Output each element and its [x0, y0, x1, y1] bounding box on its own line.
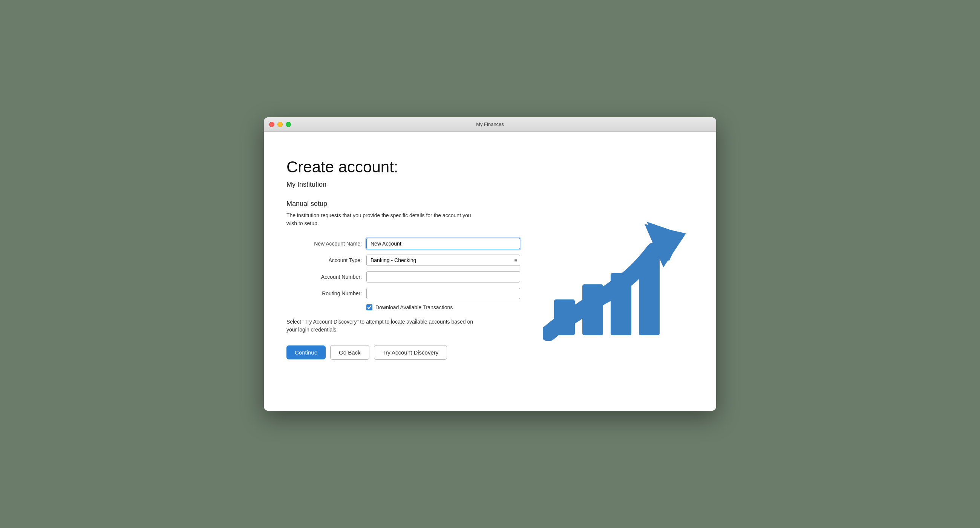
- account-name-input[interactable]: [366, 238, 520, 249]
- institution-name: My Institution: [286, 181, 520, 188]
- routing-number-input[interactable]: [366, 288, 520, 299]
- traffic-lights: [269, 122, 291, 127]
- app-window: My Finances Create account: My Instituti…: [264, 117, 716, 411]
- window-title: My Finances: [476, 121, 504, 127]
- titlebar: My Finances: [264, 117, 716, 132]
- maximize-button[interactable]: [286, 122, 291, 127]
- button-row: Continue Go Back Try Account Discovery: [286, 345, 520, 360]
- hint-text: Select "Try Account Discovery" to attemp…: [286, 318, 482, 334]
- go-back-button[interactable]: Go Back: [330, 345, 369, 360]
- window-content: Create account: My Institution Manual se…: [264, 132, 716, 411]
- account-type-label: Account Type:: [286, 257, 362, 263]
- right-panel: [535, 150, 694, 388]
- account-number-label: Account Number:: [286, 274, 362, 280]
- section-title: Manual setup: [286, 200, 520, 208]
- minimize-button[interactable]: [277, 122, 283, 127]
- form-grid: New Account Name: Account Type: Banking …: [286, 238, 520, 310]
- download-transactions-label: Download Available Transactions: [375, 305, 453, 310]
- checkbox-row: Download Available Transactions: [286, 305, 520, 310]
- left-panel: Create account: My Institution Manual se…: [286, 150, 520, 388]
- close-button[interactable]: [269, 122, 274, 127]
- routing-number-label: Routing Number:: [286, 290, 362, 297]
- account-type-select[interactable]: Banking - Checking Banking - Savings Cre…: [366, 255, 520, 266]
- account-number-input[interactable]: [366, 271, 520, 282]
- continue-button[interactable]: Continue: [286, 345, 326, 359]
- account-name-label: New Account Name:: [286, 241, 362, 247]
- growth-chart: [543, 198, 686, 341]
- page-title: Create account:: [286, 158, 520, 176]
- section-desc: The institution requests that you provid…: [286, 212, 482, 227]
- download-transactions-checkbox[interactable]: [366, 305, 372, 310]
- try-discovery-button[interactable]: Try Account Discovery: [374, 345, 447, 360]
- account-type-wrapper: Banking - Checking Banking - Savings Cre…: [366, 255, 520, 266]
